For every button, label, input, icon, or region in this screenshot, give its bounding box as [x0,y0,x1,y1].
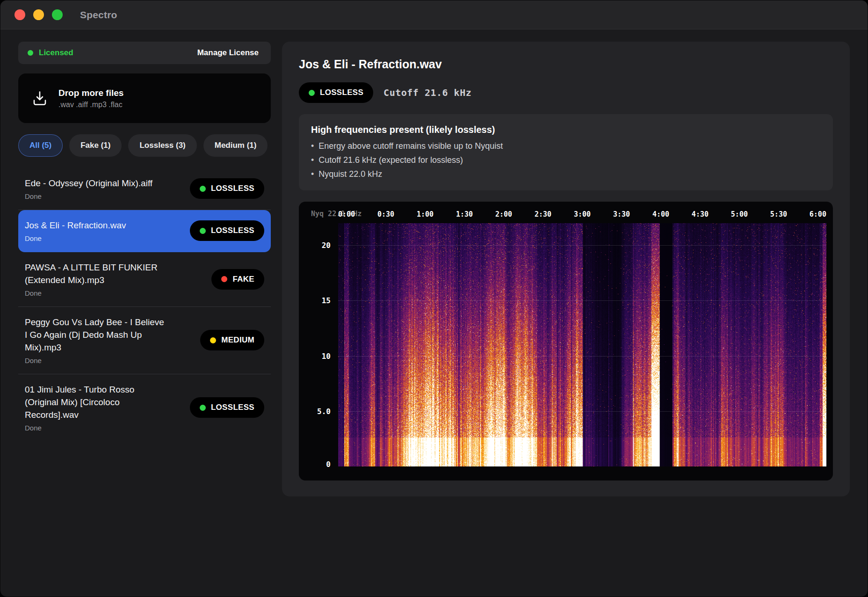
file-dropzone[interactable]: Drop more files .wav .aiff .mp3 .flac [18,73,271,123]
dropzone-formats: .wav .aiff .mp3 .flac [58,101,123,109]
file-info: Peggy Gou Vs Lady Bee - I Believe I Go A… [25,316,167,364]
time-tick-label: 3:30 [613,210,630,218]
detail-badge-dot [309,90,315,96]
freq-tick-label: 0 [326,459,331,468]
time-axis: 0:000:301:001:302:002:303:003:304:004:30… [338,208,826,223]
license-status: Licensed [28,48,73,58]
verdict-dot [210,337,216,343]
file-status: Done [25,234,126,242]
analysis-bullet: Nyquist 22.0 kHz [311,169,821,179]
time-tick-label: 0:30 [377,210,394,218]
verdict-dot [200,405,206,411]
detail-panel: Jos & Eli - Refraction.wav LOSSLESS Cuto… [282,42,850,496]
app-window: Spectro Licensed Manage License Drop mor… [0,0,868,597]
license-status-dot [28,50,33,56]
file-name: Jos & Eli - Refraction.wav [25,219,126,232]
dropzone-title: Drop more files [58,88,123,98]
freq-tick-label: 5.0 [317,407,331,415]
file-name: Peggy Gou Vs Lady Bee - I Believe I Go A… [25,316,167,354]
detail-badge-label: LOSSLESS [320,88,363,97]
file-info: Ede - Odyssey (Original Mix).aiffDone [25,177,152,200]
gridline [338,245,826,246]
file-row[interactable]: PAWSA - A LITTLE BIT FUNKIER (Extended M… [18,252,271,307]
freq-tick-label: 10 [322,351,331,360]
file-status: Done [25,289,167,297]
analysis-heading: High frequencies present (likely lossles… [311,124,821,135]
result-badge: FAKE [211,269,264,290]
file-name: PAWSA - A LITTLE BIT FUNKIER (Extended M… [25,262,167,287]
file-info: 01 Jimi Jules - Turbo Rosso (Original Mi… [25,384,167,432]
close-window-button[interactable] [14,9,25,20]
time-tick-label: 5:30 [770,210,787,218]
license-bar: Licensed Manage License [18,42,271,64]
time-tick-label: 0:00 [338,210,355,218]
manage-license-button[interactable]: Manage License [195,48,261,58]
badge-label: FAKE [232,275,254,284]
detail-badge-row: LOSSLESS Cutoff 21.6 kHz [299,82,833,103]
spectrogram-panel: Nyq 22.0 kHz 0:000:301:001:302:002:303:0… [299,202,833,481]
file-name: 01 Jimi Jules - Turbo Rosso (Original Mi… [25,384,167,422]
freq-tick-label: 15 [322,296,331,305]
time-tick-label: 5:00 [731,210,748,218]
file-status: Done [25,192,152,200]
badge-label: LOSSLESS [211,226,254,235]
spectrogram-canvas [338,223,826,466]
filter-tab-fake[interactable]: Fake (1) [69,134,122,157]
file-status: Done [25,357,167,364]
result-badge: LOSSLESS [190,220,264,241]
file-row[interactable]: Peggy Gou Vs Lady Bee - I Believe I Go A… [18,307,271,374]
result-badge: MEDIUM [200,330,264,350]
file-name: Ede - Odyssey (Original Mix).aiff [25,177,152,190]
time-tick-label: 2:00 [495,210,512,218]
time-tick-label: 2:30 [535,210,551,218]
result-badge: LOSSLESS [190,178,264,199]
drop-files-icon [31,90,48,107]
detail-file-title: Jos & Eli - Refraction.wav [299,58,833,71]
verdict-dot [200,228,206,234]
time-tick-label: 3:00 [574,210,591,218]
badge-label: MEDIUM [221,335,254,345]
analysis-box: High frequencies present (likely lossles… [299,114,833,190]
file-row[interactable]: 01 Jimi Jules - Turbo Rosso (Original Mi… [18,374,271,441]
time-tick-label: 6:00 [810,210,826,218]
freq-tick-label: 20 [322,241,331,250]
badge-label: LOSSLESS [211,403,254,412]
file-info: Jos & Eli - Refraction.wavDone [25,219,126,242]
filter-tabs: All (5)Fake (1)Lossless (3)Medium (1) [18,134,271,157]
app-title: Spectro [80,9,117,21]
analysis-bullets: Energy above cutoff remains visible up t… [311,141,821,179]
result-badge: LOSSLESS [190,397,264,418]
time-tick-label: 1:00 [417,210,434,218]
sidebar: Licensed Manage License Drop more files … [18,42,271,597]
spectrogram-plot: 2015105.00 [338,223,826,466]
minimize-window-button[interactable] [33,9,44,20]
file-row[interactable]: Jos & Eli - Refraction.wavDoneLOSSLESS [18,210,271,252]
time-tick-label: 4:30 [692,210,709,218]
zoom-window-button[interactable] [52,9,63,20]
gridline [338,300,826,301]
title-bar: Spectro [0,0,868,29]
filter-tab-medium[interactable]: Medium (1) [203,134,268,157]
file-info: PAWSA - A LITTLE BIT FUNKIER (Extended M… [25,262,167,297]
badge-label: LOSSLESS [211,184,254,193]
file-list: Ede - Odyssey (Original Mix).aiffDoneLOS… [18,168,271,441]
license-status-label: Licensed [39,48,73,58]
file-row[interactable]: Ede - Odyssey (Original Mix).aiffDoneLOS… [18,168,271,210]
analysis-bullet: Energy above cutoff remains visible up t… [311,141,821,151]
gridline [338,356,826,357]
detail-verdict-badge: LOSSLESS [299,82,373,103]
filter-tab-lossless[interactable]: Lossless (3) [128,134,196,157]
analysis-bullet: Cutoff 21.6 kHz (expected for lossless) [311,155,821,165]
filter-tab-all[interactable]: All (5) [18,134,63,157]
file-status: Done [25,424,167,432]
main-content: Licensed Manage License Drop more files … [0,29,868,597]
cutoff-value: Cutoff 21.6 kHz [383,87,471,98]
gridline [338,411,826,412]
time-tick-label: 1:30 [456,210,473,218]
verdict-dot [221,276,227,282]
verdict-dot [200,186,206,192]
time-tick-label: 4:00 [652,210,669,218]
